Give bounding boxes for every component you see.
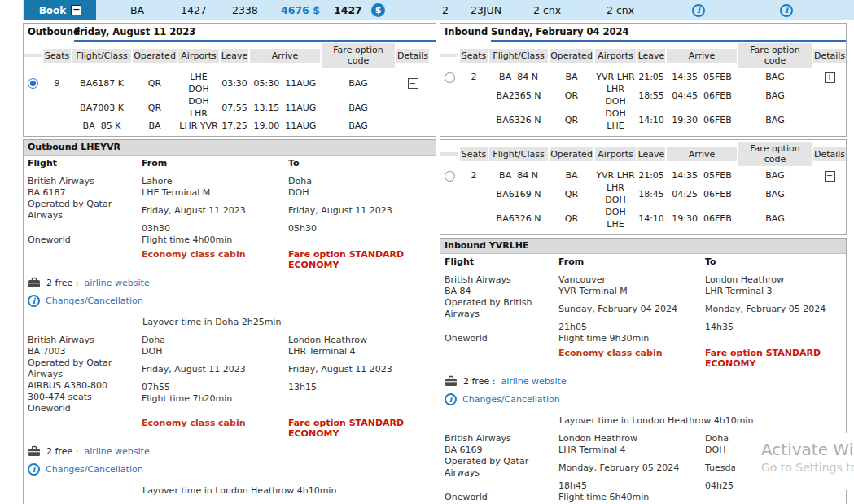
toolbar-connections-outbound: 2 cnx	[533, 0, 561, 20]
to-time: 13h15	[288, 382, 431, 393]
seats-value: 2	[460, 71, 488, 83]
flight-class-value: BA 84 N	[489, 169, 548, 182]
col-leave: Leave	[637, 147, 665, 161]
operated-by: Operated by Qatar Airways	[445, 456, 558, 479]
from-time: 21h05	[558, 322, 705, 333]
leave-value: 14:10	[637, 213, 665, 225]
info-icon: i	[445, 393, 457, 405]
arrive-value: 19:00 11AUG	[250, 120, 320, 132]
book-button-label: Book	[39, 5, 67, 16]
inbound-details-title: Inbound YVRLHE	[440, 239, 846, 254]
outbound-details-box: Outbound LHEYVR Flight From To British A…	[23, 139, 436, 504]
toolbar-field-1: 1427	[181, 0, 207, 20]
segment-to-col: Doha DOH Friday, August 11 2023 05h30	[288, 176, 431, 246]
changes-cancellation-link[interactable]: Changes/Cancellation	[46, 296, 143, 306]
airline-website-link[interactable]: airline website	[501, 376, 566, 387]
dollar-icon[interactable]: $	[371, 3, 385, 17]
from-terminal: LHE Terminal M	[142, 187, 288, 199]
leave-value: 17:25	[221, 120, 248, 132]
to-date: Friday, August 11 2023	[288, 364, 431, 375]
airports-value: DOH LHR	[178, 95, 219, 120]
flight-class-value: BA 84 N	[489, 71, 548, 83]
inbound-label: Inbound	[445, 26, 491, 42]
changes-cancellation-link[interactable]: Changes/Cancellation	[462, 394, 560, 405]
outbound-option-rows: 9 BA6187 K QR LHE DOH 03:30 05:30 11AUG …	[24, 68, 436, 136]
airports-value: YVR LHR	[595, 169, 636, 182]
inbound-options-box-2: Seats Flight/Class Operated Airports Lea…	[440, 139, 847, 235]
outbound-header: Outbound Friday, August 11 2023	[24, 24, 436, 42]
flights-table-header: Seats Flight/Class Operated Airports Lea…	[24, 43, 436, 68]
table-row: BA 85 K BA LHR YVR 17:25 19:00 11AUG BAG	[24, 120, 436, 132]
airports-value: LHE DOH	[178, 71, 219, 95]
arrive-value: 05:30 11AUG	[250, 77, 320, 90]
operated-value: BA	[133, 120, 177, 132]
operated-value: QR	[133, 102, 177, 114]
airports-value: DOH LHE	[595, 107, 636, 132]
toolbar-field-2: 2338	[232, 0, 258, 20]
col-airports: Airports	[178, 49, 219, 63]
outbound-option-radio[interactable]	[28, 78, 38, 89]
inbound-panel: Inbound Sunday, February 04 2024 Seats F…	[440, 23, 847, 504]
baggage-allowance: 2 free :	[46, 278, 78, 288]
baggage-icon	[28, 277, 41, 288]
baggage-icon	[28, 445, 41, 457]
book-button[interactable]: Book −	[24, 0, 96, 20]
to-terminal: LHR Terminal 4	[288, 346, 431, 357]
table-row: 2 BA 84 N BA YVR LHR 21:05 14:35 05FEB B…	[440, 71, 846, 83]
segment-from-col: London Heathrow LHR Terminal 4 Monday, F…	[558, 433, 705, 503]
from-date: Friday, August 11 2023	[142, 364, 288, 375]
flight-class-value: BA6187 K	[72, 77, 131, 90]
layover-info: Layover time in London Heathrow 4h10min	[142, 485, 436, 496]
flight-time: Flight time 6h40min	[558, 492, 705, 503]
details-collapse-toggle[interactable]: −	[825, 171, 835, 182]
airline-website-link[interactable]: airline website	[84, 446, 149, 457]
airports-value: LHR YVR	[178, 120, 219, 132]
cabin-fare-row: Economy class cabin Fare option STANDARD…	[24, 249, 436, 270]
to-city: Doha	[288, 176, 431, 187]
operated-value: QR	[550, 188, 593, 200]
seats-value: 2	[460, 169, 488, 182]
flight-number: BA 6187	[28, 187, 142, 199]
col-arrive: Arrive	[667, 49, 737, 63]
details-expand-toggle[interactable]: +	[825, 72, 835, 83]
changes-cancellation-link[interactable]: Changes/Cancellation	[46, 464, 143, 475]
toolbar-connections-inbound: 2 cnx	[607, 0, 634, 20]
airline-website-link[interactable]: airline website	[84, 278, 149, 288]
watermark-line-2: Go to Settings to	[761, 461, 854, 474]
inbound-option-1-radio[interactable]	[445, 72, 455, 83]
col-operated: Operated	[550, 49, 593, 63]
to-time: 05h30	[288, 223, 431, 234]
layover-info: Layover time in London Heathrow 4h10min	[559, 415, 846, 426]
baggage-allowance: 2 free :	[463, 376, 495, 387]
toolbar-info-slot-1: i	[692, 0, 705, 20]
cabin-fare-row: Economy class cabin Fare option STANDARD…	[440, 348, 846, 369]
info-icon[interactable]: i	[692, 4, 705, 17]
outbound-label: Outbound	[28, 26, 74, 42]
to-date: Monday, February 05 2024	[705, 304, 842, 315]
info-icon[interactable]: i	[780, 4, 793, 17]
inbound-option-2-radio[interactable]	[445, 171, 455, 182]
inbound-header: Inbound Sunday, February 04 2024	[440, 24, 846, 42]
arrive-value: 14:35 05FEB	[667, 71, 737, 83]
flight-number: BA 84	[445, 286, 558, 297]
operated-value: QR	[133, 77, 177, 90]
col-airports: Airports	[595, 147, 636, 161]
flight-class-value: BA6169 N	[489, 188, 548, 200]
col-operated: Operated	[133, 49, 177, 63]
flight-class-value: BA2365 N	[489, 90, 548, 102]
col-details: Details	[813, 49, 846, 63]
aircraft-type: AIRBUS A380-800	[28, 380, 142, 392]
header-to: To	[705, 256, 842, 267]
segment-flight-col: British Airways BA 6169 Operated by Qata…	[445, 433, 558, 503]
segment-to-col: London Heathrow LHR Terminal 3 Monday, F…	[705, 274, 842, 344]
col-operated: Operated	[550, 147, 593, 161]
flight-number: BA 6169	[445, 445, 558, 456]
leave-value: 03:30	[221, 77, 248, 90]
header-to: To	[288, 158, 431, 169]
layover-info: Layover time in Doha 2h25min	[142, 317, 436, 327]
details-collapse-toggle[interactable]: −	[408, 78, 418, 89]
flight-time: Flight time 9h30min	[558, 333, 705, 344]
info-icon: i	[28, 463, 40, 476]
book-collapse-icon[interactable]: −	[71, 5, 81, 15]
flight-time: Flight time 7h20min	[142, 393, 288, 405]
